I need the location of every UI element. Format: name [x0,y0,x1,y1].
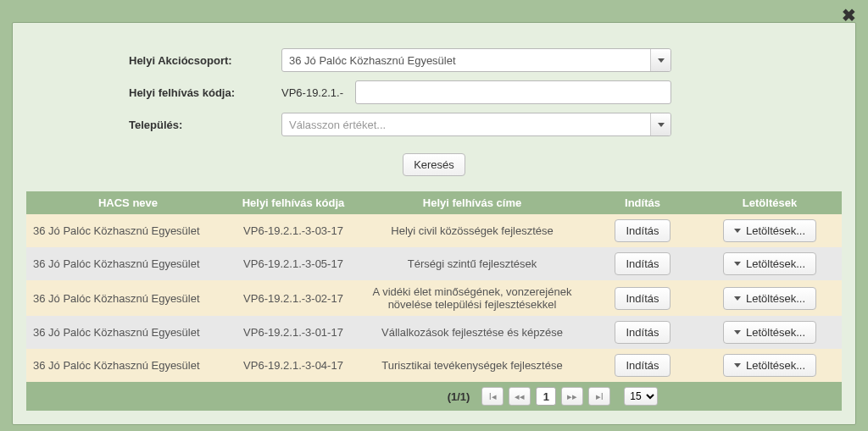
downloads-button[interactable]: Letöltések... [723,219,816,242]
downloads-label: Letöltések... [746,326,805,339]
chevron-down-icon [734,229,741,233]
call-code-input[interactable] [355,80,671,104]
settlement-value: Válasszon értéket... [282,119,650,131]
search-form: Helyi Akciócsoport: 36 Jó Palóc Közhaszn… [129,48,739,136]
downloads-button[interactable]: Letöltések... [723,252,816,275]
chevron-down-icon [734,296,741,301]
pager: (1/1) I◂ ◂◂ 1 ▸▸ ▸I 15 [26,382,842,411]
cell-hacs-name: 36 Jó Palóc Közhasznú Egyesület [26,214,230,247]
cell-hacs-name: 36 Jó Palóc Közhasznú Egyesület [26,280,230,316]
chevron-down-icon [734,363,741,367]
downloads-label: Letöltések... [746,359,805,372]
close-icon[interactable]: ✖ [842,5,856,25]
table-row: 36 Jó Palóc Közhasznú EgyesületVP6-19.2.… [26,214,842,247]
cell-start: Indítás [587,280,698,316]
downloads-label: Letöltések... [746,224,805,237]
cell-start: Indítás [587,214,698,247]
cell-call-title: A vidéki élet minőségének, vonzerejének … [357,280,587,316]
cell-call-code: VP6-19.2.1.-3-04-17 [230,349,357,382]
cell-call-code: VP6-19.2.1.-3-01-17 [230,316,357,349]
search-button[interactable]: Keresés [403,153,465,176]
col-call-code: Helyi felhívás kódja [230,191,357,214]
start-button[interactable]: Indítás [615,321,670,344]
page-info: (1/1) [448,390,470,403]
current-page: 1 [536,387,556,406]
chevron-down-icon[interactable] [650,113,670,135]
cell-start: Indítás [587,349,698,382]
chevron-down-icon [734,330,741,334]
label-settlement: Település: [129,119,281,131]
start-button[interactable]: Indítás [615,219,670,242]
table-row: 36 Jó Palóc Közhasznú EgyesületVP6-19.2.… [26,280,842,316]
last-page-icon[interactable]: ▸I [588,387,610,406]
downloads-button[interactable]: Letöltések... [723,287,816,310]
cell-call-title: Vállalkozások fejlesztése és képzése [357,316,587,349]
start-button[interactable]: Indítás [615,354,670,377]
cell-start: Indítás [587,316,698,349]
downloads-label: Letöltések... [746,292,805,305]
col-call-title: Helyi felhívás címe [357,191,587,214]
cell-call-code: VP6-19.2.1.-3-02-17 [230,280,357,316]
label-call-code: Helyi felhívás kódja: [129,86,281,99]
cell-call-title: Turisztikai tevékenységek fejlesztése [357,349,587,382]
start-button[interactable]: Indítás [615,252,670,275]
action-group-dropdown[interactable]: 36 Jó Palóc Közhasznú Egyesület [281,48,671,72]
downloads-button[interactable]: Letöltések... [723,354,816,377]
chevron-down-icon[interactable] [650,49,670,71]
cell-downloads: Letöltések... [698,316,842,349]
chevron-down-icon [734,262,741,266]
action-group-value: 36 Jó Palóc Közhasznú Egyesület [282,54,650,67]
start-button[interactable]: Indítás [615,287,670,310]
dialog-panel: Helyi Akciócsoport: 36 Jó Palóc Közhaszn… [12,22,856,425]
cell-downloads: Letöltések... [698,349,842,382]
modal-dialog: ✖ Helyi Akciócsoport: 36 Jó Palóc Közhas… [0,0,868,431]
downloads-label: Letöltések... [746,257,805,270]
cell-call-code: VP6-19.2.1.-3-03-17 [230,214,357,247]
label-action-group: Helyi Akciócsoport: [129,54,281,67]
settlement-dropdown[interactable]: Válasszon értéket... [281,113,671,136]
cell-call-code: VP6-19.2.1.-3-05-17 [230,247,357,280]
cell-downloads: Letöltések... [698,214,842,247]
prev-page-icon[interactable]: ◂◂ [509,387,531,406]
table-row: 36 Jó Palóc Közhasznú EgyesületVP6-19.2.… [26,349,842,382]
downloads-button[interactable]: Letöltések... [723,321,816,344]
results-table: HACS neve Helyi felhívás kódja Helyi fel… [26,191,842,382]
table-row: 36 Jó Palóc Közhasznú EgyesületVP6-19.2.… [26,316,842,349]
cell-call-title: Helyi civil közösségek fejlesztése [357,214,587,247]
table-row: 36 Jó Palóc Közhasznú EgyesületVP6-19.2.… [26,247,842,280]
cell-downloads: Letöltések... [698,280,842,316]
col-hacs-name: HACS neve [26,191,230,214]
col-start: Indítás [587,191,698,214]
cell-hacs-name: 36 Jó Palóc Közhasznú Egyesület [26,247,230,280]
cell-call-title: Térségi szintű fejlesztések [357,247,587,280]
cell-hacs-name: 36 Jó Palóc Közhasznú Egyesület [26,349,230,382]
cell-start: Indítás [587,247,698,280]
first-page-icon[interactable]: I◂ [481,387,504,406]
cell-hacs-name: 36 Jó Palóc Közhasznú Egyesület [26,316,230,349]
col-downloads: Letöltések [698,191,842,214]
page-size-select[interactable]: 15 [624,387,658,406]
next-page-icon[interactable]: ▸▸ [561,387,583,406]
cell-downloads: Letöltések... [698,247,842,280]
call-code-prefix: VP6-19.2.1.- [281,86,343,99]
